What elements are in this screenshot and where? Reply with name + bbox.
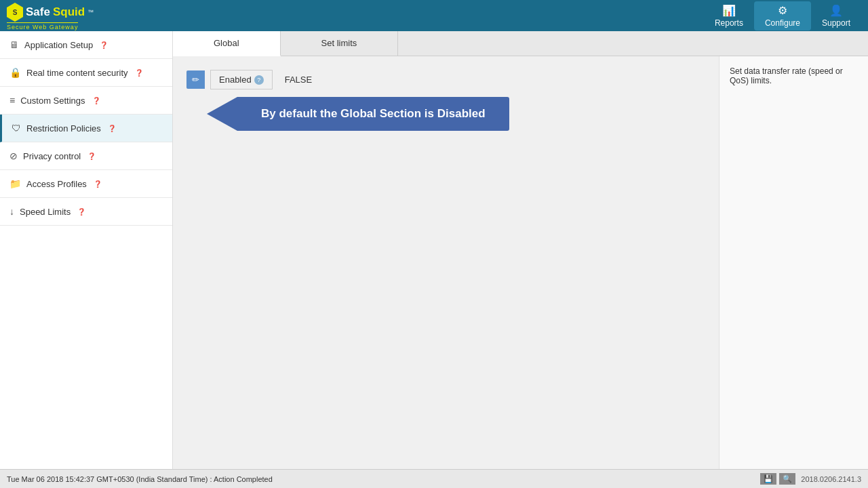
logo-text-safe: Safe [26, 5, 50, 19]
application-setup-help-icon: ❓ [100, 41, 108, 49]
callout-container: By default the Global Section is Disable… [207, 97, 509, 131]
search-icon-btn[interactable]: 🔍 [779, 473, 795, 485]
content-area: Global Set limits ✏ Enabled ? FALSE [173, 31, 868, 469]
status-bar: Tue Mar 06 2018 15:42:37 GMT+0530 (India… [0, 469, 868, 488]
reports-label: Reports [715, 18, 743, 28]
sidebar-item-restriction-policies[interactable]: 🛡 Restriction Policies ❓ [0, 115, 172, 142]
support-nav-btn[interactable]: 👤 Support [811, 1, 861, 30]
logo-trademark: ™ [87, 9, 94, 16]
sidebar-item-label: Real time content security [26, 68, 128, 78]
callout-message: By default the Global Section is Disable… [237, 97, 509, 131]
reports-nav-btn[interactable]: 📊 Reports [704, 1, 754, 30]
logo-area: S SafeSquid™ Secure Web Gateway [7, 3, 108, 28]
support-icon: 👤 [829, 4, 843, 17]
content-split: ✏ Enabled ? FALSE By default the Global … [173, 56, 868, 469]
access-profiles-help-icon: ❓ [94, 180, 102, 188]
enabled-help-icon: ? [254, 75, 264, 85]
main-layout: 🖥 Application Setup ❓ 🔒 Real time conten… [0, 31, 868, 469]
sidebar-item-custom-settings[interactable]: ≡ Custom Settings ❓ [0, 87, 172, 115]
real-time-help-icon: ❓ [135, 69, 143, 77]
tab-set-limits[interactable]: Set limits [281, 31, 399, 56]
main-panel: ✏ Enabled ? FALSE By default the Global … [173, 56, 719, 469]
top-nav: S SafeSquid™ Secure Web Gateway 📊 Report… [0, 0, 868, 31]
sidebar-item-label: Custom Settings [20, 96, 85, 106]
nav-buttons: 📊 Reports ⚙ Configure 👤 Support [704, 1, 861, 30]
configure-icon: ⚙ [778, 4, 787, 17]
sidebar: 🖥 Application Setup ❓ 🔒 Real time conten… [0, 31, 173, 469]
real-time-icon: 🔒 [9, 67, 21, 78]
sidebar-item-label: Access Profiles [26, 179, 87, 189]
restriction-policies-icon: 🛡 [12, 123, 21, 134]
sidebar-item-speed-limits[interactable]: ↓ Speed Limits ❓ [0, 198, 172, 226]
right-panel-description: Set data transfer rate (speed or QoS) li… [730, 66, 843, 85]
sidebar-item-label: Application Setup [24, 40, 93, 50]
sidebar-item-access-profiles[interactable]: 📁 Access Profiles ❓ [0, 170, 172, 198]
privacy-control-icon: ⊘ [9, 150, 18, 161]
configure-label: Configure [765, 18, 800, 28]
callout-arrow-icon [207, 97, 237, 131]
custom-settings-help-icon: ❓ [92, 97, 100, 104]
right-panel: Set data transfer rate (speed or QoS) li… [719, 56, 868, 469]
privacy-control-help-icon: ❓ [87, 152, 96, 160]
enabled-section: ✏ Enabled ? FALSE [186, 70, 705, 89]
support-label: Support [822, 18, 850, 28]
restriction-policies-help-icon: ❓ [108, 125, 116, 132]
tab-global[interactable]: Global [173, 31, 281, 56]
status-message: Tue Mar 06 2018 15:42:37 GMT+0530 (India… [7, 475, 273, 483]
sidebar-item-real-time-content-security[interactable]: 🔒 Real time content security ❓ [0, 59, 172, 87]
logo-text-squid: Squid [53, 5, 85, 19]
access-profiles-icon: 📁 [9, 178, 21, 189]
tabs-row: Global Set limits [173, 31, 868, 56]
enabled-value: FALSE [285, 75, 312, 85]
logo-tagline: Secure Web Gateway [7, 22, 78, 30]
sidebar-item-application-setup[interactable]: 🖥 Application Setup ❓ [0, 31, 172, 59]
edit-enabled-button[interactable]: ✏ [186, 70, 205, 89]
custom-settings-icon: ≡ [9, 95, 15, 106]
logo: S SafeSquid™ Secure Web Gateway [7, 3, 108, 28]
version-text: 2018.0206.2141.3 [801, 475, 861, 483]
reports-icon: 📊 [722, 4, 736, 17]
sidebar-item-label: Privacy control [23, 151, 81, 161]
sidebar-item-label: Restriction Policies [26, 123, 101, 134]
configure-nav-btn[interactable]: ⚙ Configure [754, 1, 811, 30]
sidebar-item-privacy-control[interactable]: ⊘ Privacy control ❓ [0, 142, 172, 170]
logo-shield-icon: S [7, 3, 23, 22]
save-icon-btn[interactable]: 💾 [760, 473, 776, 485]
application-setup-icon: 🖥 [9, 39, 19, 50]
speed-limits-help-icon: ❓ [77, 208, 85, 216]
status-icons: 💾 🔍 [760, 473, 795, 485]
sidebar-item-label: Speed Limits [20, 207, 71, 217]
speed-limits-icon: ↓ [9, 206, 14, 217]
enabled-label: Enabled ? [210, 70, 273, 89]
